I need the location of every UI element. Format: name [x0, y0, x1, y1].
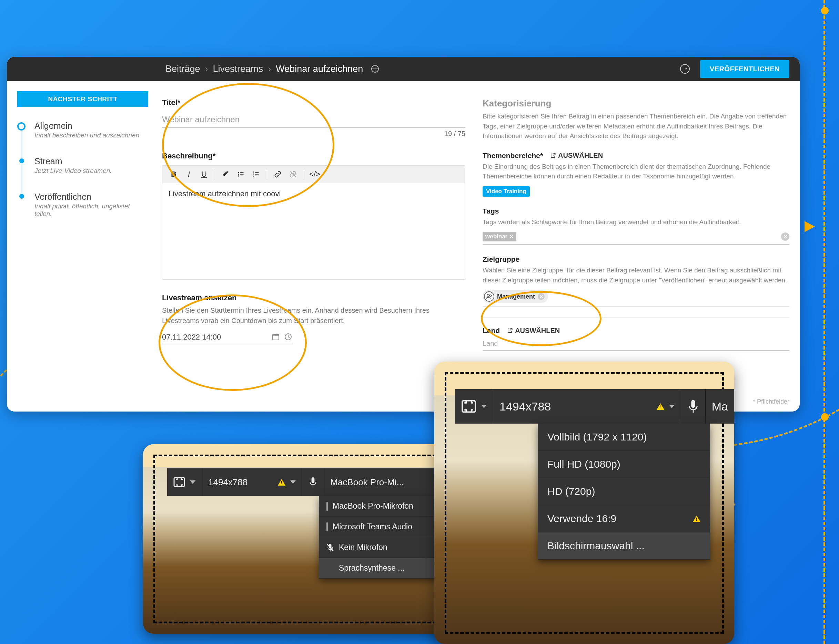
divider: [483, 317, 790, 318]
resolution-option-pick[interactable]: Bildschirmauswahl ...: [538, 532, 710, 560]
topics-select-button[interactable]: AUSWÄHLEN: [550, 151, 603, 159]
svg-rect-9: [255, 172, 259, 173]
italic-button[interactable]: I: [182, 167, 196, 181]
screen-select[interactable]: [167, 468, 202, 496]
svg-rect-11: [255, 174, 259, 174]
resolution-option[interactable]: Vollbild (1792 x 1120): [538, 424, 710, 451]
tags-input-row[interactable]: webinar✕ ✕: [483, 232, 790, 245]
bullet-list-button[interactable]: [234, 167, 248, 181]
tags-desc: Tags werden als Schlagworte für Ihren Be…: [483, 217, 790, 227]
schedule-desc: Stellen Sie den Starttermin Ihres Livest…: [162, 305, 465, 326]
audience-desc: Wählen Sie eine Zielgruppe, für die dies…: [483, 266, 790, 285]
description-editor[interactable]: Livestream aufzeichnen mit coovi: [162, 183, 465, 279]
warning-icon: [693, 516, 701, 522]
publish-button[interactable]: VERÖFFENTLICHEN: [700, 60, 790, 78]
code-button[interactable]: </>: [307, 167, 322, 181]
svg-rect-5: [240, 174, 244, 174]
svg-rect-30: [462, 401, 475, 412]
svg-point-6: [238, 175, 239, 176]
mic-option-synth[interactable]: Sprachsynthese ...: [319, 558, 443, 578]
topics-label: Themenbereiche*: [483, 151, 543, 160]
warning-icon: [657, 403, 664, 410]
mic-source-label: Ma: [712, 400, 728, 413]
remove-audience-icon[interactable]: ✕: [538, 293, 545, 300]
audience-label: Zielgruppe: [483, 255, 519, 263]
mic-source-select[interactable]: Ma: [705, 389, 734, 424]
topic-chip[interactable]: Video Training: [483, 186, 530, 197]
topics-desc: Die Einordnung des Beitrags in einen The…: [483, 162, 790, 181]
decorative-dot: [821, 7, 829, 15]
tags-label: Tags: [483, 207, 499, 215]
unlink-button[interactable]: [286, 167, 300, 181]
form-main: Titel* 19 / 75 Beschreibung* B I U: [158, 81, 476, 412]
schedule-input[interactable]: 07.11.2022 14:00: [162, 333, 293, 344]
step-title: Veröffentlichen: [35, 192, 148, 202]
editor-toolbar: B I U 123: [162, 165, 465, 183]
microphone-icon: [308, 476, 318, 488]
mic-option[interactable]: MacBook Pro-Mikrofon: [319, 496, 443, 517]
clear-tags-button[interactable]: ✕: [781, 232, 790, 241]
mic-toggle[interactable]: [681, 389, 705, 424]
svg-point-22: [487, 294, 490, 297]
clear-format-button[interactable]: [219, 167, 233, 181]
numbered-list-button[interactable]: 123: [249, 167, 263, 181]
microphone-off-icon: [326, 543, 334, 552]
resolution-option[interactable]: HD (720p): [538, 478, 710, 505]
mic-source-select[interactable]: MacBook Pro-Mi...: [324, 468, 451, 496]
svg-rect-3: [240, 172, 244, 173]
description-text: Livestream aufzeichnen mit coovi: [168, 189, 280, 198]
globe-icon[interactable]: [371, 65, 379, 73]
step-bullet-active: [17, 122, 25, 130]
remove-tag-icon[interactable]: ✕: [509, 234, 514, 239]
tag-chip[interactable]: webinar✕: [483, 232, 516, 242]
title-input[interactable]: [162, 112, 465, 128]
svg-marker-0: [804, 221, 815, 232]
history-icon[interactable]: [680, 64, 690, 74]
mic-option[interactable]: Microsoft Teams Audio: [319, 517, 443, 537]
resolution-option[interactable]: Full HD (1080p): [538, 451, 710, 478]
clock-icon[interactable]: [284, 333, 293, 342]
chevron-down-icon: [190, 480, 195, 484]
mic-dropdown: MacBook Pro-Mikrofon Microsoft Teams Aud…: [319, 496, 443, 578]
svg-rect-25: [312, 477, 315, 483]
svg-text:3: 3: [253, 174, 254, 177]
link-button[interactable]: [270, 167, 285, 181]
svg-line-21: [288, 337, 290, 337]
underline-button[interactable]: U: [197, 167, 211, 181]
svg-rect-15: [273, 334, 279, 340]
step-list: Allgemein Inhalt beschreiben und auszeic…: [17, 121, 148, 218]
schedule-heading: Livestream ansetzen: [162, 293, 465, 302]
resolution-select[interactable]: 1494x788: [493, 389, 681, 424]
chevron-down-icon: [669, 405, 674, 408]
step-title: Stream: [35, 156, 148, 166]
chevron-right-icon: ›: [268, 64, 271, 74]
mic-toggle[interactable]: [302, 468, 324, 496]
resolution-select[interactable]: 1494x788: [202, 468, 302, 496]
mic-source-label: MacBook Pro-Mi...: [330, 477, 404, 488]
calendar-icon[interactable]: [272, 333, 280, 342]
step-desc: Inhalt privat, öffentlich, ungelistet te…: [35, 202, 148, 218]
categorization-heading: Kategorisierung: [483, 98, 790, 109]
bold-button[interactable]: B: [166, 167, 181, 181]
required-footnote: * Pflichtfelder: [753, 398, 790, 405]
mic-option-none[interactable]: Kein Mikrofon: [319, 537, 443, 558]
step-bullet: [19, 194, 24, 199]
step-allgemein[interactable]: Allgemein Inhalt beschreiben und auszeic…: [17, 121, 148, 139]
resolution-option-aspect[interactable]: Verwende 16:9: [538, 505, 710, 532]
country-select-button[interactable]: AUSWÄHLEN: [507, 327, 560, 335]
country-input[interactable]: Land: [483, 337, 790, 351]
step-stream[interactable]: Stream Jetzt Live-Video streamen.: [17, 156, 148, 174]
breadcrumb-item[interactable]: Beiträge: [165, 64, 200, 74]
svg-point-2: [238, 172, 239, 173]
title-label: Titel*: [162, 98, 465, 107]
svg-rect-24: [174, 478, 185, 486]
recorder-toolbar: 1494x788 Ma: [455, 389, 734, 424]
audience-chip[interactable]: Management ✕: [483, 290, 548, 303]
screen-select[interactable]: [455, 389, 493, 424]
breadcrumb-current: Webinar aufzeichnen: [276, 64, 363, 74]
breadcrumb-item[interactable]: Livestreams: [213, 64, 263, 74]
next-step-button[interactable]: NÄCHSTER SCHRITT: [17, 91, 148, 107]
resolution-value: 1494x788: [208, 477, 247, 488]
svg-rect-13: [255, 176, 259, 176]
step-publish[interactable]: Veröffentlichen Inhalt privat, öffentlic…: [17, 192, 148, 218]
